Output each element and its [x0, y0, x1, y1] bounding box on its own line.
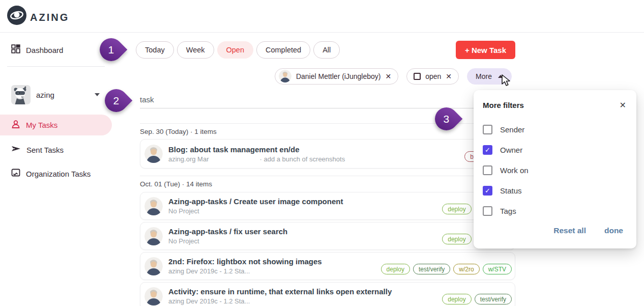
- task-title: 2nd: Firefox: lightbox not showing image…: [168, 257, 322, 266]
- filter-option-label: Sender: [500, 125, 524, 134]
- task-note: · add a bunch of screenshots: [259, 155, 345, 163]
- task-row[interactable]: Azing-app-tasks / Create user image comp…: [140, 192, 515, 220]
- filter-option-tags[interactable]: Tags: [483, 206, 626, 216]
- filter-chip-owner[interactable]: Daniel Mettler (iJungleboy) ✕: [275, 68, 398, 85]
- new-task-button[interactable]: + New Task: [456, 41, 515, 59]
- filter-option-status[interactable]: Status: [483, 185, 626, 196]
- task-project: azing Dev 2019c - 1.2 Sta...: [168, 267, 250, 275]
- tag-badge[interactable]: deploy: [442, 294, 471, 304]
- tag-badge[interactable]: test/verify: [413, 264, 450, 274]
- task-project: No Project: [168, 237, 199, 245]
- checkbox-unchecked[interactable]: [483, 206, 492, 216]
- avatar: [279, 70, 291, 82]
- annotation-number: 1: [108, 44, 114, 56]
- done-button[interactable]: done: [604, 226, 623, 235]
- active-filter-chips: Daniel Mettler (iJungleboy) ✕ open ✕ Mor…: [140, 68, 515, 85]
- sidebar-item-sent-tasks[interactable]: Sent Tasks: [0, 143, 112, 157]
- filter-toolbar: Today Week Open Completed All + New Task: [136, 41, 515, 59]
- filter-option-owner[interactable]: Owner: [483, 145, 626, 155]
- filter-pill-open[interactable]: Open: [217, 41, 253, 59]
- checkbox-unchecked[interactable]: [483, 165, 492, 175]
- tag-badge[interactable]: w/2ro: [453, 264, 479, 274]
- filter-option-label: Work on: [500, 166, 529, 175]
- tag-badge[interactable]: w/STV: [483, 264, 512, 274]
- annotation-number: 2: [113, 95, 120, 107]
- search-input[interactable]: task: [140, 95, 515, 108]
- paper-plane-icon: [11, 144, 21, 155]
- filter-option-label: Owner: [500, 146, 522, 154]
- avatar: [144, 257, 163, 275]
- sidebar-item-label: Dashboard: [26, 46, 63, 54]
- checkbox-unchecked[interactable]: [483, 125, 492, 134]
- task-row[interactable]: Activity: ensure in runtime, that extern…: [140, 282, 515, 306]
- filter-option-work-on[interactable]: Work on: [483, 165, 626, 175]
- app-header: azing: [0, 0, 644, 33]
- tag-badge[interactable]: deploy: [442, 204, 471, 214]
- tag-badge[interactable]: deploy: [442, 234, 471, 244]
- task-group-header: Oct. 01 (Tue) · 14 items: [140, 176, 515, 188]
- close-icon[interactable]: ✕: [620, 100, 626, 110]
- annotation-number: 3: [444, 113, 450, 125]
- brand-logo: azing: [7, 6, 69, 27]
- filter-chip-label: open: [425, 72, 441, 80]
- workspace-selector[interactable]: azing: [0, 84, 112, 106]
- filter-pill-completed[interactable]: Completed: [256, 41, 310, 59]
- task-title: Azing-app-tasks / Create user image comp…: [168, 197, 343, 206]
- more-filters-popup: More filters ✕ Sender Owner Work on Stat…: [474, 90, 636, 248]
- avatar: [144, 287, 163, 305]
- filter-chip-status-open[interactable]: open ✕: [406, 68, 459, 85]
- sidebar: Dashboard azing: [0, 33, 112, 306]
- reset-all-button[interactable]: Reset all: [553, 226, 586, 235]
- workspace-avatar: [11, 85, 31, 104]
- tag-badge[interactable]: deploy: [381, 264, 410, 274]
- brand-name: azing: [30, 8, 69, 24]
- workspace-name: azing: [36, 91, 89, 99]
- task-project: azing Dev 2019c - 1.2 Sta...: [168, 297, 250, 305]
- task-group-sep30: Sep. 30 (Today) · 1 items Blog: about ta…: [140, 123, 515, 169]
- tag-badge[interactable]: test/verify: [475, 294, 512, 304]
- sidebar-divider: [7, 66, 105, 67]
- remove-filter-icon[interactable]: ✕: [446, 72, 452, 80]
- organization-box-icon: [11, 168, 20, 179]
- sidebar-item-organization-tasks[interactable]: Organization Tasks: [0, 166, 112, 181]
- task-row[interactable]: Azing-app-tasks / fix user search No Pro…: [140, 222, 515, 250]
- filter-pill-week[interactable]: Week: [177, 41, 214, 59]
- more-button-label: More: [476, 72, 492, 80]
- filter-pill-all[interactable]: All: [313, 41, 340, 59]
- avatar: [144, 227, 163, 245]
- sidebar-item-my-tasks[interactable]: My Tasks: [0, 115, 112, 135]
- status-square-icon: [414, 73, 421, 80]
- task-title: Blog: about task management en/de: [168, 145, 345, 154]
- task-row[interactable]: 2nd: Firefox: lightbox not showing image…: [140, 252, 515, 280]
- filter-option-label: Tags: [500, 207, 516, 215]
- popup-title: More filters: [483, 101, 524, 109]
- task-title: Activity: ensure in runtime, that extern…: [168, 287, 392, 296]
- brand-logo-icon: [7, 6, 26, 27]
- avatar: [144, 145, 163, 163]
- sidebar-item-label: Organization Tasks: [26, 170, 91, 178]
- filter-pill-today[interactable]: Today: [136, 41, 174, 59]
- task-project: No Project: [168, 207, 199, 215]
- task-project: azing.org Mar: [168, 155, 209, 163]
- checkbox-checked[interactable]: [483, 145, 492, 155]
- task-row[interactable]: Blog: about task management en/de azing.…: [140, 139, 515, 169]
- filter-chip-label: Daniel Mettler (iJungleboy): [296, 72, 381, 80]
- avatar: [144, 197, 163, 215]
- checkbox-checked[interactable]: [483, 186, 492, 196]
- task-group-header: Sep. 30 (Today) · 1 items: [140, 124, 515, 135]
- sidebar-item-dashboard[interactable]: Dashboard: [0, 43, 112, 57]
- mouse-cursor: [501, 74, 512, 89]
- sidebar-item-label: Sent Tasks: [26, 146, 64, 154]
- chevron-down-icon: [95, 93, 100, 96]
- task-group-oct01: Oct. 01 (Tue) · 14 items Azing-app-tasks…: [140, 176, 515, 306]
- task-title: Azing-app-tasks / fix user search: [168, 227, 287, 236]
- person-icon: [11, 120, 20, 131]
- sidebar-item-label: My Tasks: [26, 121, 57, 129]
- dashboard-grid-icon: [11, 44, 20, 55]
- quick-filter-pills: Today Week Open Completed All: [136, 41, 340, 59]
- filter-option-sender[interactable]: Sender: [483, 124, 626, 134]
- remove-filter-icon[interactable]: ✕: [385, 72, 391, 80]
- filter-option-label: Status: [500, 186, 522, 195]
